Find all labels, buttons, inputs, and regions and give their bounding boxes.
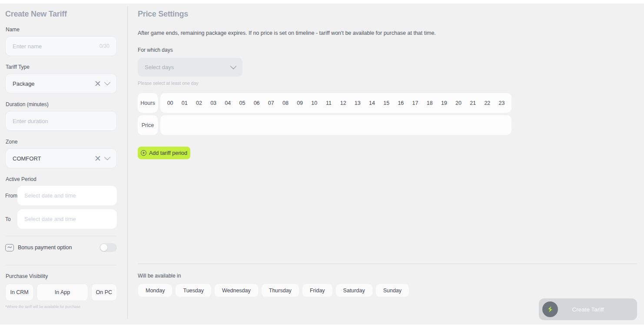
- zone-value: COMFORT: [13, 155, 95, 162]
- hour-cell[interactable]: 15: [379, 100, 394, 106]
- duration-label: Duration (minutes): [6, 101, 117, 107]
- hour-cell[interactable]: 06: [249, 100, 264, 106]
- price-settings-description: After game ends, remaining package expir…: [138, 30, 637, 36]
- purchase-visibility-label: Purchase Visibility: [6, 273, 117, 279]
- active-period-label: Active Period: [6, 176, 117, 182]
- duration-field-box: [5, 111, 117, 131]
- hour-cell[interactable]: 08: [278, 100, 292, 106]
- hours-timeline[interactable]: 0001020304050607080910111213141516171819…: [160, 93, 511, 113]
- hour-cell[interactable]: 01: [177, 100, 192, 106]
- hour-cell[interactable]: 02: [192, 100, 206, 106]
- chevron-down-icon: [230, 63, 236, 69]
- hour-cell[interactable]: 03: [206, 100, 221, 106]
- panel-title: Create New Tariff: [5, 10, 117, 19]
- zone-label: Zone: [6, 139, 117, 145]
- hour-cell[interactable]: 04: [221, 100, 235, 106]
- divider: [138, 264, 637, 264]
- hour-cell[interactable]: 21: [466, 100, 480, 106]
- hour-cell[interactable]: 10: [307, 100, 322, 106]
- price-timeline[interactable]: [160, 115, 511, 135]
- weekday-button[interactable]: Thursday: [261, 284, 299, 297]
- hours-row: Hours 0001020304050607080910111213141516…: [138, 93, 637, 113]
- divider: [6, 236, 117, 236]
- clear-icon[interactable]: [95, 80, 101, 87]
- hour-cell[interactable]: 00: [163, 100, 177, 106]
- duration-input[interactable]: [13, 118, 110, 124]
- in-app-button[interactable]: In App: [37, 284, 88, 301]
- bonus-coin-icon: [5, 244, 14, 251]
- zone-select[interactable]: COMFORT: [5, 148, 117, 168]
- create-tariff-button[interactable]: Create Tariff: [539, 298, 637, 320]
- name-char-counter: 0/30: [100, 43, 110, 49]
- name-input[interactable]: [13, 43, 96, 50]
- from-label: From: [5, 193, 17, 199]
- weekday-button[interactable]: Tuesday: [175, 284, 211, 297]
- hour-cell[interactable]: 23: [495, 100, 509, 106]
- on-pc-button[interactable]: On PC: [91, 284, 117, 301]
- weekday-button[interactable]: Friday: [302, 284, 333, 297]
- hour-cell[interactable]: 18: [422, 100, 437, 106]
- select-days-placeholder: Select days: [145, 64, 231, 70]
- weekday-button[interactable]: Sunday: [375, 284, 409, 297]
- hour-cell[interactable]: 09: [293, 100, 307, 106]
- add-tariff-period-button[interactable]: Add tariff period: [138, 147, 190, 159]
- toggle-knob: [100, 244, 107, 251]
- hour-cell[interactable]: 22: [480, 100, 495, 106]
- weekday-button[interactable]: Wednesday: [214, 284, 259, 297]
- bonus-payment-label: Bonus payment option: [18, 244, 100, 251]
- hours-row-label: Hours: [138, 93, 158, 113]
- from-datetime-input[interactable]: [24, 192, 110, 199]
- weekday-buttons: MondayTuesdayWednesdayThursdayFridaySatu…: [138, 284, 637, 297]
- bonus-payment-toggle[interactable]: [100, 243, 117, 252]
- tariff-page: Create New Tariff Name 0/30 Tariff Type …: [0, 3, 644, 325]
- to-label: To: [5, 216, 17, 222]
- add-tariff-period-label: Add tariff period: [149, 150, 187, 156]
- name-label: Name: [6, 27, 117, 33]
- hour-cell[interactable]: 05: [235, 100, 249, 106]
- chevron-down-icon: [104, 79, 110, 85]
- hour-cell[interactable]: 11: [322, 100, 336, 106]
- plus-circle-icon: [141, 150, 146, 156]
- panel-divider: [127, 7, 128, 319]
- select-days-hint: Please select at least one day: [138, 80, 637, 86]
- create-tariff-panel: Create New Tariff Name 0/30 Tariff Type …: [0, 3, 127, 325]
- weekday-button[interactable]: Saturday: [335, 284, 373, 297]
- name-field-box: 0/30: [5, 36, 117, 56]
- purchase-visibility-hint: *Where the tariff will be available for …: [5, 305, 117, 309]
- active-period-to-row: To: [5, 209, 117, 229]
- tariff-type-value: Package: [13, 80, 95, 87]
- hour-cell[interactable]: 07: [264, 100, 278, 106]
- tariff-type-label: Tariff Type: [6, 64, 117, 70]
- hour-cell[interactable]: 19: [437, 100, 451, 106]
- hour-cell[interactable]: 16: [394, 100, 408, 106]
- create-tariff-label: Create Tariff: [539, 298, 637, 320]
- availability-label: Will be available in: [138, 273, 637, 279]
- weekday-button[interactable]: Monday: [138, 284, 173, 297]
- hour-cell[interactable]: 13: [350, 100, 365, 106]
- clear-icon[interactable]: [95, 155, 101, 161]
- to-datetime-input[interactable]: [24, 216, 110, 222]
- for-which-days-label: For which days: [138, 47, 637, 53]
- page-title: Price Settings: [138, 10, 637, 19]
- price-row-label: Price: [138, 115, 158, 135]
- price-settings-panel: Price Settings After game ends, remainin…: [138, 3, 637, 325]
- hour-cell[interactable]: 17: [408, 100, 422, 106]
- hour-cell[interactable]: 14: [365, 100, 379, 106]
- from-field-box: [17, 186, 117, 205]
- purchase-visibility-options: In CRM In App On PC: [5, 284, 117, 301]
- active-period-from-row: From: [5, 186, 117, 205]
- to-field-box: [17, 209, 117, 229]
- bonus-payment-row: Bonus payment option: [5, 237, 117, 258]
- hour-cell[interactable]: 12: [336, 100, 350, 106]
- tariff-type-select[interactable]: Package: [5, 74, 117, 94]
- divider: [6, 265, 117, 265]
- chevron-down-icon: [104, 154, 110, 160]
- price-row: Price: [138, 115, 637, 135]
- hour-cell[interactable]: 20: [451, 100, 465, 106]
- select-days-dropdown[interactable]: Select days: [138, 58, 242, 77]
- in-crm-button[interactable]: In CRM: [5, 284, 33, 301]
